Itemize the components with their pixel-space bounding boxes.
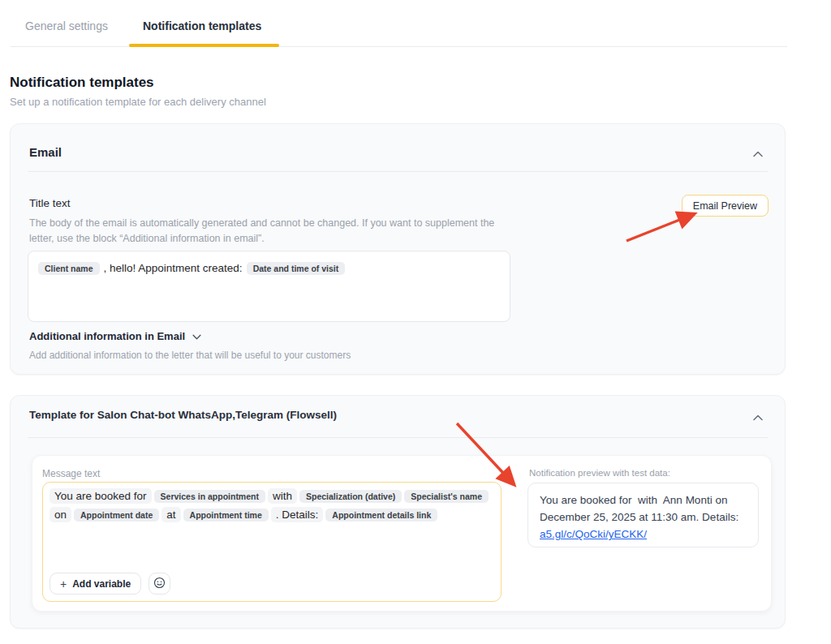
variable-chip[interactable]: Specialist's name [404, 490, 489, 503]
active-tab-underline [129, 44, 279, 47]
email-title-template-box: Client name, hello! Appointment created:… [28, 251, 510, 322]
add-variable-button[interactable]: + Add variable [50, 573, 141, 595]
title-text-label: Title text [29, 197, 71, 209]
tab-general-settings[interactable]: General settings [25, 19, 108, 32]
variable-chip[interactable]: Services in appointment [154, 490, 265, 503]
variable-chip[interactable]: Client name [38, 262, 100, 275]
message-tokens: You are booked forServices in appointmen… [50, 487, 494, 524]
chevron-up-icon [753, 411, 763, 423]
variable-chip[interactable]: Date and time of visit [247, 262, 346, 275]
variable-chip[interactable]: Appointment time [183, 509, 269, 522]
template-text-token: on [50, 507, 71, 522]
chevron-down-icon [192, 328, 201, 343]
email-card-collapse-button[interactable] [751, 146, 765, 161]
notification-preview-box: You are booked for with Ann Monti on Dec… [527, 483, 759, 547]
message-editor[interactable]: You are booked forServices in appointmen… [42, 482, 502, 602]
message-panel: Message text You are booked forServices … [32, 455, 772, 612]
variable-chip[interactable]: Specialization (dative) [299, 490, 402, 503]
email-description: The body of the email is automatically g… [29, 216, 516, 247]
variable-chip[interactable]: Appointment date [74, 509, 159, 522]
preview-text: You are booked for with Ann Monti on Dec… [540, 494, 742, 523]
smiley-icon [153, 577, 166, 591]
template-text-token: at [161, 507, 180, 522]
tab-notification-templates[interactable]: Notification templates [143, 19, 261, 32]
template-text-token: , hello! Appointment created: [102, 260, 244, 276]
notification-preview-label: Notification preview with test data: [529, 468, 670, 478]
preview-link[interactable]: a5.gl/c/QoCki/yECKK/ [540, 528, 647, 540]
message-text-label: Message text [42, 468, 100, 479]
chatbot-card-title: Template for Salon Chat-bot WhatsApp,Tel… [29, 409, 337, 421]
emoji-button[interactable] [149, 573, 170, 595]
chevron-up-icon [753, 148, 763, 160]
message-editor-controls: + Add variable [50, 573, 170, 595]
settings-page: General settings Notification templates … [0, 0, 831, 644]
page-subtitle: Set up a notification template for each … [10, 96, 266, 108]
additional-info-toggle[interactable]: Additional information in Email [29, 328, 201, 343]
email-preview-button[interactable]: Email Preview [682, 195, 769, 217]
email-card: Email Title text The body of the email i… [10, 123, 786, 375]
tab-bar: General settings Notification templates [0, 0, 831, 47]
additional-info-label: Additional information in Email [29, 330, 185, 342]
chatbot-template-card: Template for Salon Chat-bot WhatsApp,Tel… [10, 395, 786, 629]
page-title: Notification templates [10, 75, 154, 91]
additional-info-hint: Add additional information to the letter… [29, 350, 351, 361]
add-variable-label: Add variable [72, 578, 131, 590]
plus-icon: + [60, 577, 67, 590]
template-text-token: with [268, 488, 297, 504]
email-card-title: Email [29, 145, 62, 159]
template-text-token: . Details: [271, 507, 324, 522]
variable-chip[interactable]: Appointment details link [325, 509, 437, 522]
chatbot-card-divider [28, 437, 768, 438]
tabbar-divider [11, 46, 787, 47]
template-text-token: You are booked for [50, 488, 152, 504]
chatbot-card-collapse-button[interactable] [751, 410, 765, 424]
email-card-divider [28, 171, 768, 172]
